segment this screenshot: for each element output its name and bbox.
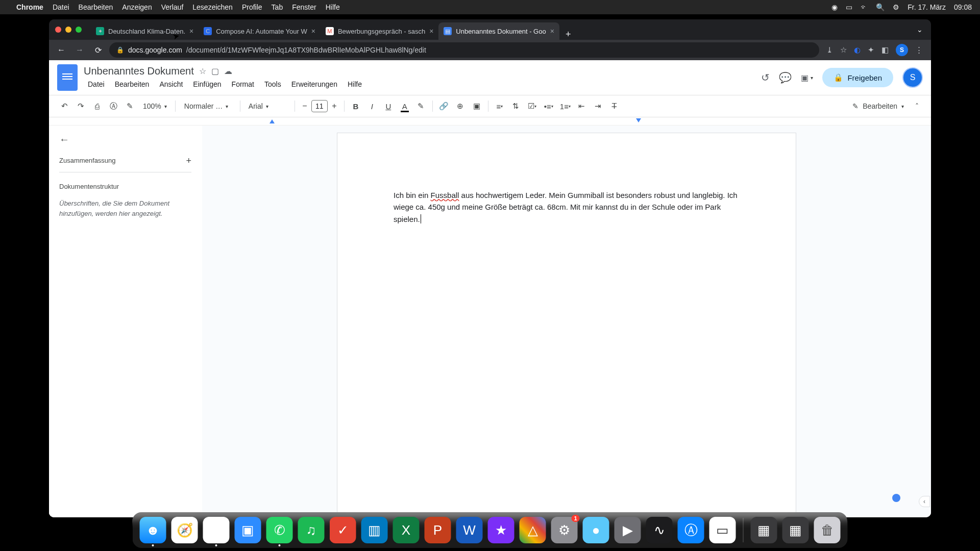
italic-button[interactable]: I xyxy=(365,99,379,113)
wifi-icon[interactable]: ᯤ xyxy=(861,3,868,11)
dock-excel[interactable]: X xyxy=(393,517,420,543)
forward-button[interactable]: → xyxy=(72,43,87,57)
first-line-indent[interactable] xyxy=(270,119,275,123)
share-button[interactable]: 🔒 Freigeben xyxy=(822,68,893,87)
mac-menu-lesezeichen[interactable]: Lesezeichen xyxy=(192,3,233,11)
docs-menu-format[interactable]: Format xyxy=(228,78,258,90)
indent-decrease-button[interactable]: ⇤ xyxy=(575,99,589,113)
tab-1[interactable]: ✦ Deutschland Klima-Daten. × xyxy=(91,22,199,40)
docs-menu-erweiterungen[interactable]: Erweiterungen xyxy=(287,78,341,90)
sidepanel-icon[interactable]: ◧ xyxy=(881,45,889,55)
document-page[interactable]: Ich bin ein Fussball aus hochwertigem Le… xyxy=(337,133,796,517)
window-maximize[interactable] xyxy=(76,27,82,33)
spellcheck-button[interactable]: Ⓐ xyxy=(106,99,120,113)
clear-formatting-button[interactable]: T̶ xyxy=(607,99,622,113)
font-size-increase[interactable]: + xyxy=(329,101,340,112)
indent-increase-button[interactable]: ⇥ xyxy=(591,99,605,113)
docs-menu-tools[interactable]: Tools xyxy=(260,78,285,90)
font-size-decrease[interactable]: − xyxy=(299,101,310,112)
dock-settings[interactable]: ⚙1 xyxy=(551,517,578,543)
mac-menu-tab[interactable]: Tab xyxy=(272,3,283,11)
tab-3[interactable]: M Bewerbungsgespräch - sasch × xyxy=(321,22,438,40)
dock-powerpoint[interactable]: P xyxy=(425,517,451,543)
horizontal-ruler[interactable] xyxy=(49,117,931,126)
page-scroll-area[interactable]: Ich bin ein Fussball aus hochwertigem Le… xyxy=(202,126,931,517)
tab-2-close[interactable]: × xyxy=(311,27,315,35)
dock-drive[interactable]: △ xyxy=(520,517,546,543)
window-minimize[interactable] xyxy=(65,27,71,33)
cloud-icon[interactable]: ☁ xyxy=(224,66,232,76)
paint-format-button[interactable]: ✎ xyxy=(122,99,137,113)
spotlight-icon[interactable]: 🔍 xyxy=(876,3,885,11)
docs-menu-bearbeiten[interactable]: Bearbeiten xyxy=(111,78,154,90)
underline-button[interactable]: U xyxy=(381,99,396,113)
dock-app1[interactable]: ● xyxy=(583,517,609,543)
battery-icon[interactable]: ▭ xyxy=(846,3,852,11)
tabs-menu-button[interactable]: ⌄ xyxy=(917,26,923,34)
dock-finder[interactable]: ☻ xyxy=(140,517,166,543)
dock-whatsapp[interactable]: ✆ xyxy=(266,517,293,543)
dock-word[interactable]: W xyxy=(456,517,483,543)
redo-button[interactable]: ↷ xyxy=(74,99,88,113)
side-panel-handle[interactable]: ‹ xyxy=(919,496,930,507)
explore-indicator[interactable] xyxy=(892,494,900,502)
install-icon[interactable]: ⤓ xyxy=(826,45,833,55)
dock-recent-1[interactable]: ▦ xyxy=(751,517,777,543)
history-icon[interactable]: ↺ xyxy=(761,71,770,84)
dock-todoist[interactable]: ✓ xyxy=(330,517,356,543)
omnibox[interactable]: 🔒 docs.google.com/document/d/1MzWFWfeejm… xyxy=(109,42,819,58)
dock-spotify[interactable]: ♫ xyxy=(298,517,325,543)
document-title[interactable]: Unbenanntes Dokument xyxy=(84,65,194,77)
dock-appstore[interactable]: Ⓐ xyxy=(678,517,704,543)
insert-link-button[interactable]: 🔗 xyxy=(437,99,451,113)
docs-menu-einfuegen[interactable]: Einfügen xyxy=(189,78,225,90)
font-size-input[interactable] xyxy=(311,100,328,112)
text-color-button[interactable]: A xyxy=(398,99,412,113)
docs-profile-avatar[interactable]: S xyxy=(902,67,923,88)
chrome-menu-icon[interactable]: ⋮ xyxy=(915,45,923,55)
control-center-icon[interactable]: ⚙ xyxy=(893,3,899,11)
dock-imovie[interactable]: ★ xyxy=(488,517,514,543)
tab-4[interactable]: ▤ Unbenanntes Dokument - Goo × xyxy=(438,22,559,40)
menubar-date[interactable]: Fr. 17. März xyxy=(908,3,946,11)
document-body-text[interactable]: Ich bin ein Fussball aus hochwertigem Le… xyxy=(394,189,740,225)
dock-recent-2[interactable]: ▦ xyxy=(782,517,809,543)
highlight-button[interactable]: ✎ xyxy=(414,99,428,113)
mac-menu-datei[interactable]: Datei xyxy=(53,3,69,11)
vertical-ruler[interactable] xyxy=(204,133,213,517)
mac-menu-verlauf[interactable]: Verlauf xyxy=(161,3,184,11)
line-spacing-button[interactable]: ⇅ xyxy=(509,99,523,113)
window-close[interactable] xyxy=(55,27,61,33)
mac-menu-fenster[interactable]: Fenster xyxy=(292,3,316,11)
numbered-list-button[interactable]: 1≡▾ xyxy=(558,99,573,113)
mac-menu-anzeigen[interactable]: Anzeigen xyxy=(122,3,152,11)
outline-close-button[interactable]: ← xyxy=(59,134,191,145)
extension-compose-icon[interactable]: ◐ xyxy=(854,45,861,55)
back-button[interactable]: ← xyxy=(54,43,68,57)
tab-1-close[interactable]: × xyxy=(189,27,193,35)
docs-menu-datei[interactable]: Datei xyxy=(84,78,109,90)
comments-icon[interactable]: 💬 xyxy=(779,71,792,84)
mac-menu-hilfe[interactable]: Hilfe xyxy=(326,3,340,11)
docs-menu-ansicht[interactable]: Ansicht xyxy=(155,78,187,90)
dock-safari[interactable]: 🧭 xyxy=(172,517,198,543)
reload-button[interactable]: ⟳ xyxy=(91,43,105,57)
print-button[interactable]: ⎙ xyxy=(90,99,104,113)
collapse-toolbar-button[interactable]: ˄ xyxy=(911,102,923,110)
dock-chrome[interactable]: ◉ xyxy=(203,517,230,543)
record-icon[interactable]: ◉ xyxy=(831,3,838,11)
insert-image-button[interactable]: ▣ xyxy=(470,99,484,113)
tab-4-close[interactable]: × xyxy=(550,27,554,35)
dock-zoom[interactable]: ▣ xyxy=(235,517,261,543)
bullet-list-button[interactable]: •≡▾ xyxy=(542,99,556,113)
font-family-select[interactable]: Arial▾ xyxy=(244,99,290,113)
docs-menu-hilfe[interactable]: Hilfe xyxy=(344,78,366,90)
dock-quicktime[interactable]: ▶ xyxy=(615,517,641,543)
dock-trello[interactable]: ▥ xyxy=(361,517,388,543)
meet-button[interactable]: ▣▾ xyxy=(801,73,813,83)
checklist-button[interactable]: ☑▾ xyxy=(525,99,540,113)
undo-button[interactable]: ↶ xyxy=(57,99,71,113)
bookmark-icon[interactable]: ☆ xyxy=(840,45,847,55)
paragraph-style-select[interactable]: Normaler …▾ xyxy=(180,99,236,113)
dock-trash[interactable]: 🗑 xyxy=(814,517,841,543)
